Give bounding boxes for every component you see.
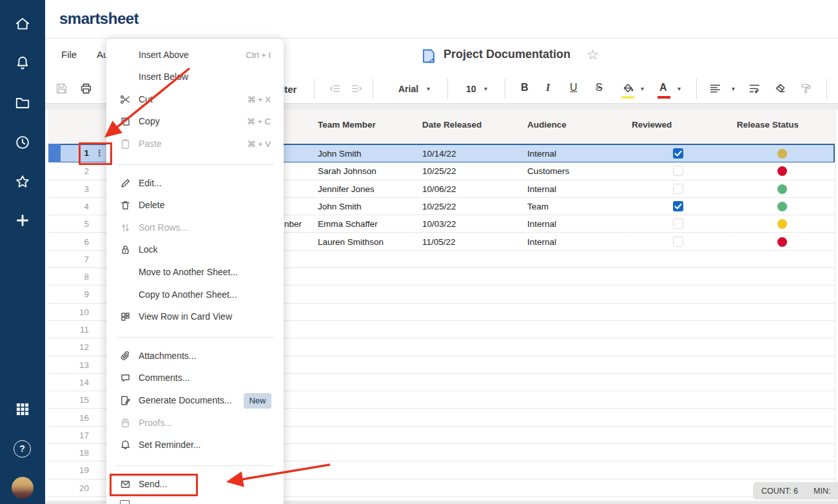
menu-item-comments[interactable]: Comments... bbox=[106, 367, 284, 390]
filter-button-fragment[interactable]: lter bbox=[282, 84, 297, 95]
row-number[interactable]: 9 bbox=[48, 286, 89, 302]
cell-date-released[interactable]: 11/05/22 bbox=[422, 237, 456, 247]
cell-team-member[interactable]: John Smith bbox=[318, 149, 362, 159]
font-size-select[interactable]: 10 bbox=[466, 84, 476, 94]
row-number[interactable]: 11 bbox=[48, 321, 89, 338]
cell-date-released[interactable]: 10/06/22 bbox=[422, 184, 456, 194]
cell-date-released[interactable]: 10/25/22 bbox=[422, 166, 456, 176]
release-status-dot[interactable] bbox=[777, 184, 787, 194]
help-icon[interactable]: ? bbox=[14, 440, 31, 458]
indent-icon[interactable] bbox=[351, 82, 363, 95]
row-number[interactable]: 13 bbox=[48, 356, 89, 373]
bold-button[interactable]: B bbox=[521, 82, 529, 93]
menu-item-copy-to-another-sheet[interactable]: Copy to Another Sheet... bbox=[106, 284, 284, 307]
reviewed-checkbox-unchecked[interactable] bbox=[673, 237, 683, 247]
row-number[interactable]: 8 bbox=[48, 268, 89, 285]
italic-button[interactable]: I bbox=[546, 82, 550, 93]
row-number[interactable]: 14 bbox=[48, 374, 89, 391]
menu-item-set-reminder[interactable]: Set Reminder... bbox=[106, 434, 284, 457]
row-number[interactable]: 17 bbox=[48, 427, 89, 443]
column-header-date-released[interactable]: Date Released bbox=[422, 120, 482, 130]
release-status-dot[interactable] bbox=[777, 166, 787, 176]
release-status-dot[interactable] bbox=[777, 219, 787, 229]
menu-item-attachments[interactable]: Attachments... bbox=[106, 345, 284, 368]
notifications-bell-icon[interactable] bbox=[14, 55, 31, 72]
print-icon[interactable] bbox=[80, 82, 92, 95]
column-header-release-status[interactable]: Release Status bbox=[737, 120, 799, 130]
favorites-star-icon[interactable] bbox=[14, 173, 31, 190]
column-header-reviewed[interactable]: Reviewed bbox=[632, 120, 672, 130]
format-painter-icon[interactable] bbox=[800, 82, 812, 95]
menu-item-insert-below[interactable]: Insert Below bbox=[106, 66, 284, 89]
reviewed-checkbox-unchecked[interactable] bbox=[673, 218, 683, 229]
font-family-select[interactable]: Arial bbox=[398, 84, 418, 94]
fill-color-caret-icon[interactable]: ▾ bbox=[641, 85, 644, 92]
menu-item-edit[interactable]: Edit... bbox=[106, 173, 284, 195]
menu-item-delete[interactable]: Delete bbox=[106, 195, 284, 217]
menu-item-view-row-in-card-view[interactable]: View Row in Card View bbox=[106, 306, 284, 329]
row-number[interactable]: 12 bbox=[48, 338, 89, 355]
cell-audience[interactable]: Internal bbox=[527, 184, 556, 194]
cell-audience[interactable]: Internal bbox=[527, 237, 556, 247]
menu-item-lock[interactable]: Lock bbox=[106, 239, 284, 262]
font-color-caret-icon[interactable]: ▾ bbox=[677, 85, 681, 92]
strikethrough-button[interactable]: S bbox=[596, 82, 603, 93]
column-header-audience[interactable]: Audience bbox=[527, 120, 567, 130]
release-status-dot[interactable] bbox=[777, 237, 787, 247]
create-plus-icon[interactable] bbox=[14, 212, 31, 229]
favorite-star-icon[interactable]: ☆ bbox=[587, 47, 599, 63]
row-number[interactable]: 7 bbox=[48, 251, 89, 267]
recents-clock-icon[interactable] bbox=[14, 134, 31, 151]
font-color-button[interactable]: A bbox=[659, 82, 667, 93]
app-launcher-grid-icon[interactable] bbox=[14, 401, 31, 418]
wrap-text-icon[interactable] bbox=[748, 82, 761, 95]
cell-audience[interactable]: Internal bbox=[527, 149, 556, 159]
row-number[interactable]: 3 bbox=[48, 180, 89, 197]
row-number[interactable]: 6 bbox=[48, 233, 89, 250]
account-avatar[interactable] bbox=[12, 477, 34, 499]
release-status-dot[interactable] bbox=[777, 202, 787, 211]
cell-team-member[interactable]: Jennifer Jones bbox=[318, 184, 375, 194]
file-menu[interactable]: File bbox=[61, 49, 77, 60]
font-family-caret-icon[interactable]: ▾ bbox=[427, 85, 430, 92]
row-number[interactable]: 2 bbox=[48, 162, 89, 179]
font-size-caret-icon[interactable]: ▾ bbox=[484, 85, 487, 92]
row-number[interactable]: 15 bbox=[48, 391, 89, 408]
align-caret-icon[interactable]: ▾ bbox=[732, 85, 735, 92]
reviewed-checkbox-unchecked[interactable] bbox=[673, 166, 683, 176]
reviewed-checkbox-unchecked[interactable] bbox=[673, 184, 683, 194]
cell-team-member[interactable]: John Smith bbox=[318, 202, 362, 211]
menu-item-insert-above[interactable]: Insert AboveCtrl + I bbox=[106, 44, 284, 67]
cell-team-member[interactable]: Lauren Smithson bbox=[318, 237, 384, 247]
cell-audience[interactable]: Team bbox=[527, 202, 549, 211]
menu-item-move-to-another-sheet[interactable]: Move to Another Sheet... bbox=[106, 262, 284, 284]
row-number[interactable]: 10 bbox=[48, 304, 89, 320]
row-number[interactable]: 19 bbox=[48, 461, 89, 478]
clear-format-eraser-icon[interactable] bbox=[774, 82, 786, 95]
home-icon[interactable] bbox=[14, 15, 31, 32]
cell-team-member[interactable]: Emma Schaffer bbox=[318, 219, 378, 229]
cell-audience[interactable]: Customers bbox=[527, 166, 569, 176]
underline-button[interactable]: U bbox=[570, 82, 578, 93]
column-header-team-member[interactable]: Team Member bbox=[318, 120, 376, 130]
menu-item-generate-documents[interactable]: Generate Documents...New bbox=[106, 390, 284, 412]
reviewed-checkbox-checked[interactable] bbox=[673, 148, 683, 159]
row-number[interactable]: 4 bbox=[48, 198, 89, 215]
save-icon[interactable] bbox=[55, 82, 68, 95]
row-number[interactable]: 16 bbox=[48, 409, 89, 426]
menu-item-cut[interactable]: Cut⌘ + X bbox=[106, 89, 284, 111]
cell-date-released[interactable]: 10/25/22 bbox=[422, 202, 456, 211]
smartsheet-logo[interactable]: smartsheet bbox=[59, 10, 139, 28]
row-number[interactable]: 20 bbox=[48, 480, 89, 496]
cell-date-released[interactable]: 10/03/22 bbox=[422, 219, 456, 229]
outdent-icon[interactable] bbox=[329, 82, 341, 95]
align-left-icon[interactable] bbox=[709, 82, 721, 95]
menu-item-copy[interactable]: Copy⌘ + C bbox=[106, 111, 284, 133]
reviewed-checkbox-checked[interactable] bbox=[673, 201, 683, 211]
row-number[interactable]: 18 bbox=[48, 444, 89, 461]
cell-team-member[interactable]: Sarah Johnson bbox=[318, 166, 376, 176]
row-number[interactable]: 5 bbox=[48, 215, 89, 232]
browse-folder-icon[interactable] bbox=[14, 95, 31, 111]
cell-date-released[interactable]: 10/14/22 bbox=[422, 149, 456, 159]
release-status-dot[interactable] bbox=[777, 149, 787, 159]
